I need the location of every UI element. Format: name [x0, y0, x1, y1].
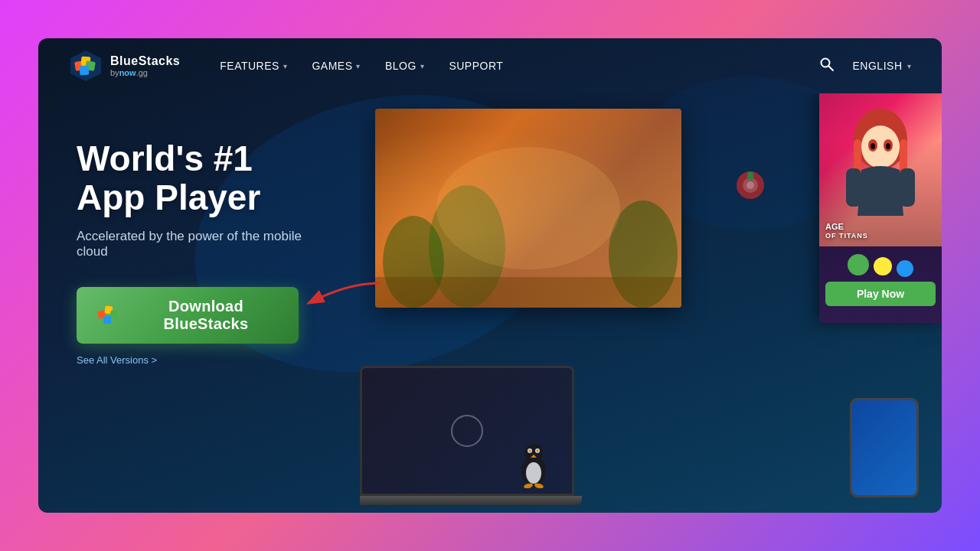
search-button[interactable]	[816, 54, 838, 79]
svg-point-39	[529, 450, 531, 452]
svg-point-27	[436, 147, 620, 269]
game-card-image: AGE OF TITANS	[819, 93, 942, 246]
nav-games[interactable]: GAMES ▾	[302, 54, 370, 78]
laptop-content-icon	[444, 408, 490, 454]
raspberry-pi-svg	[735, 170, 766, 201]
main-game-screen	[375, 109, 681, 308]
hero-section: World's #1 App Player Accelerated by the…	[38, 93, 942, 513]
tux-svg	[513, 442, 555, 488]
logo-text: BlueStacks bynow.gg	[110, 54, 180, 77]
dot-yellow-icon	[874, 257, 892, 276]
hero-right: chromeOS Windows	[360, 93, 942, 513]
dot-green-icon	[848, 254, 869, 276]
download-button[interactable]: Download BlueStacks	[77, 287, 299, 344]
now-text: now	[119, 68, 136, 77]
svg-line-6	[828, 66, 833, 70]
svg-rect-52	[846, 168, 861, 207]
hero-subtitle: Accelerated by the power of the mobile c…	[77, 229, 329, 259]
game-card-bottom: Play Now	[819, 246, 942, 314]
features-chevron-icon: ▾	[283, 62, 288, 70]
svg-rect-26	[375, 277, 681, 308]
search-icon	[819, 57, 835, 72]
hero-title: World's #1 App Player	[77, 139, 329, 217]
svg-point-36	[524, 444, 543, 462]
brand-sub: bynow.gg	[110, 68, 180, 77]
language-selector[interactable]: ENGLISH ▾	[853, 60, 911, 72]
logo[interactable]: BlueStacks bynow.gg	[69, 49, 180, 83]
nav-blog-label: BLOG	[385, 60, 416, 72]
tablet-frame	[850, 398, 919, 497]
game-ad-card: ×	[819, 93, 942, 323]
linux-penguin-icon	[513, 442, 555, 497]
svg-rect-53	[900, 168, 915, 207]
svg-point-50	[871, 143, 875, 149]
svg-rect-4	[79, 65, 89, 75]
nav-links: FEATURES ▾ GAMES ▾ BLOG ▾ SUPPORT	[211, 54, 815, 78]
game-scene-svg	[375, 109, 681, 308]
nav-support-label: SUPPORT	[449, 60, 503, 72]
hero-left: World's #1 App Player Accelerated by the…	[38, 93, 360, 513]
nav-right: ENGLISH ▾	[816, 54, 911, 79]
nav-features-label: FEATURES	[220, 60, 279, 72]
svg-rect-10	[103, 316, 112, 324]
nav-support[interactable]: SUPPORT	[439, 54, 512, 78]
nav-blog[interactable]: BLOG ▾	[376, 54, 433, 78]
blog-chevron-icon: ▾	[420, 62, 425, 70]
svg-point-35	[526, 462, 541, 484]
language-label: ENGLISH	[853, 60, 903, 72]
bluestacks-logo-icon	[69, 49, 103, 83]
brand-name: BlueStacks	[110, 54, 180, 68]
game-title-line1: AGE	[825, 222, 936, 232]
download-btn-label: Download BlueStacks	[132, 298, 280, 333]
game-title-line2: OF TITANS	[825, 232, 936, 240]
svg-point-51	[886, 143, 890, 149]
nav-features[interactable]: FEATURES ▾	[211, 54, 296, 78]
play-now-button[interactable]: Play Now	[825, 282, 936, 306]
language-chevron-icon: ▾	[907, 62, 912, 70]
svg-point-33	[452, 416, 482, 446]
games-chevron-icon: ▾	[356, 62, 361, 70]
svg-point-47	[861, 126, 900, 168]
screen-overlay	[375, 109, 681, 308]
svg-point-40	[537, 450, 539, 452]
raspberry-pi-icon	[735, 170, 766, 207]
game-card-title-area: AGE OF TITANS	[825, 222, 936, 240]
svg-rect-9	[109, 310, 119, 319]
download-btn-logo-icon	[95, 302, 122, 329]
dot-blue-icon	[897, 260, 913, 277]
see-versions-link[interactable]: See All Versions >	[77, 354, 157, 366]
nav-games-label: GAMES	[312, 60, 352, 72]
tablet-screen	[852, 400, 916, 495]
navbar: BlueStacks bynow.gg FEATURES ▾ GAMES ▾ B…	[38, 38, 942, 93]
game-dots-icons	[848, 254, 913, 276]
svg-point-30	[746, 181, 754, 189]
character-svg	[835, 101, 926, 239]
main-container: BlueStacks bynow.gg FEATURES ▾ GAMES ▾ B…	[38, 38, 942, 513]
